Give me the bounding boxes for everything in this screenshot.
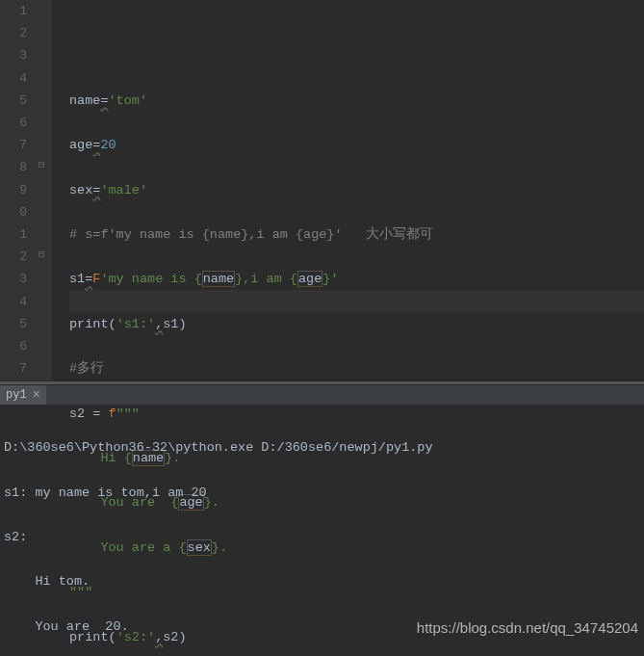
code-text: print('s2:',s2): [69, 630, 187, 644]
code-text: s2 = f""": [69, 407, 140, 421]
editor-margin: [52, 0, 69, 380]
line-gutter: 1 2 3 4 5 6 7 8 9 0 1 2 3 4 5 6 7: [0, 0, 37, 380]
code-text: #多行: [69, 361, 104, 376]
close-icon[interactable]: ×: [33, 388, 40, 402]
line-number: 5: [0, 313, 27, 335]
line-number: 7: [0, 357, 27, 380]
line-number: 0: [0, 201, 27, 223]
code-text: # s=f'my name is {name},i am {age}' 大小写都…: [69, 227, 433, 242]
code-text: You are {age}.: [69, 494, 219, 511]
line-number: 4: [0, 291, 27, 313]
tab-label: py1: [6, 388, 27, 402]
fold-minus-icon[interactable]: ⊟: [39, 158, 45, 171]
console-tab-py1[interactable]: py1 ×: [0, 385, 46, 405]
line-number: 1: [0, 0, 27, 22]
line-number: 3: [0, 44, 27, 66]
line-number: 2: [0, 22, 27, 44]
code-area[interactable]: name='tom' age=20 sex='male' # s=f'my na…: [69, 0, 644, 380]
fold-column: ⊟ ⊟: [37, 0, 52, 380]
line-number: 9: [0, 179, 27, 201]
line-number: 4: [0, 67, 27, 90]
line-number: 6: [0, 335, 27, 357]
code-text: s1=F'my name is {name},i am {age}': [69, 271, 338, 287]
code-text: """: [69, 585, 92, 599]
code-text: age=20: [69, 138, 116, 152]
line-number: 8: [0, 156, 27, 178]
line-number: 2: [0, 246, 27, 268]
line-number: 7: [0, 134, 27, 156]
line-number: 3: [0, 268, 27, 290]
code-content: name='tom' age=20 sex='male' # s=f'my na…: [69, 67, 644, 656]
code-text: You are a {sex}.: [69, 539, 227, 556]
line-number: 6: [0, 112, 27, 134]
code-text: sex='male': [69, 183, 147, 197]
fold-end-icon[interactable]: ⊟: [39, 248, 45, 260]
line-number: 5: [0, 90, 27, 112]
code-text: Hi {name}.: [69, 450, 180, 466]
code-text: print('s1:',s1): [69, 317, 187, 331]
editor-pane: 1 2 3 4 5 6 7 8 9 0 1 2 3 4 5 6 7 ⊟ ⊟ na…: [0, 0, 644, 380]
line-number: 1: [0, 223, 27, 246]
code-text: name='tom': [69, 93, 147, 108]
